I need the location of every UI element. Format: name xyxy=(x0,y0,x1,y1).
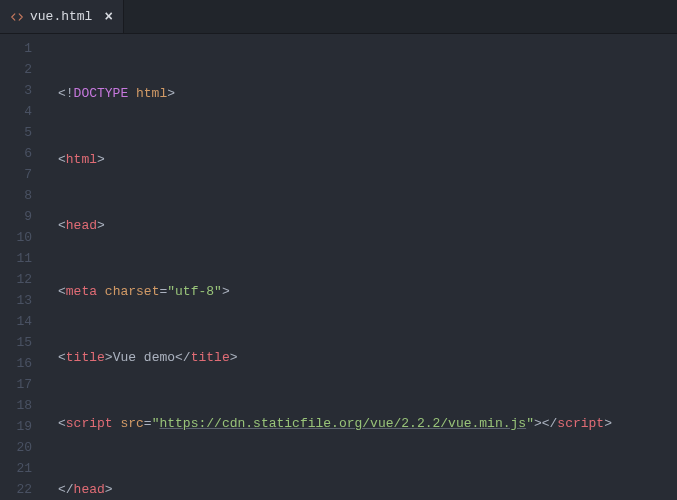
line-number: 18 xyxy=(0,395,32,416)
line-number: 6 xyxy=(0,143,32,164)
line-number: 3 xyxy=(0,80,32,101)
line-number: 13 xyxy=(0,290,32,311)
line-number: 10 xyxy=(0,227,32,248)
line-number: 1 xyxy=(0,38,32,59)
code-line: <!DOCTYPE html> xyxy=(46,83,677,104)
line-number: 5 xyxy=(0,122,32,143)
line-number: 22 xyxy=(0,479,32,500)
tab-bar: vue.html × xyxy=(0,0,677,34)
close-icon[interactable]: × xyxy=(104,10,112,24)
line-number: 11 xyxy=(0,248,32,269)
code-file-icon xyxy=(10,10,24,24)
code-line: <script src="https://cdn.staticfile.org/… xyxy=(46,413,677,434)
line-number: 15 xyxy=(0,332,32,353)
line-number-gutter: 12345678910111213141516171819202122 xyxy=(0,38,46,500)
line-number: 8 xyxy=(0,185,32,206)
tab-vue-html[interactable]: vue.html × xyxy=(0,0,124,33)
line-number: 7 xyxy=(0,164,32,185)
line-number: 21 xyxy=(0,458,32,479)
code-line: </head> xyxy=(46,479,677,500)
code-line: <meta charset="utf-8"> xyxy=(46,281,677,302)
line-number: 14 xyxy=(0,311,32,332)
editor[interactable]: 12345678910111213141516171819202122 <!DO… xyxy=(0,34,677,500)
line-number: 12 xyxy=(0,269,32,290)
line-number: 20 xyxy=(0,437,32,458)
line-number: 17 xyxy=(0,374,32,395)
code-line: <head> xyxy=(46,215,677,236)
line-number: 19 xyxy=(0,416,32,437)
line-number: 9 xyxy=(0,206,32,227)
code-line: <html> xyxy=(46,149,677,170)
line-number: 2 xyxy=(0,59,32,80)
line-number: 16 xyxy=(0,353,32,374)
tab-filename: vue.html xyxy=(30,9,92,24)
code-area[interactable]: <!DOCTYPE html> <html> <head> <meta char… xyxy=(46,38,677,500)
line-number: 4 xyxy=(0,101,32,122)
code-line: <title>Vue demo</title> xyxy=(46,347,677,368)
